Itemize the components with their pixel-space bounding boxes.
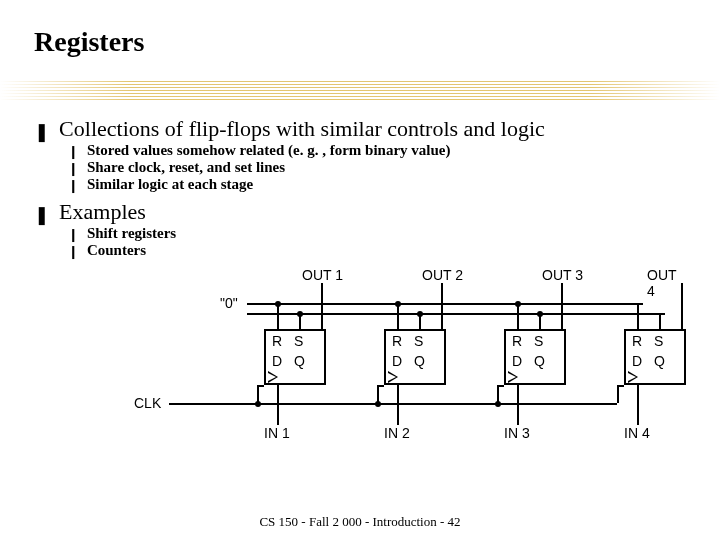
in-label-4: IN 4 bbox=[624, 425, 650, 441]
subbullet-icon: ❙ bbox=[68, 245, 79, 258]
zero-label: "0" bbox=[220, 295, 238, 311]
wire bbox=[617, 385, 619, 403]
subbullet-text: Counters bbox=[87, 242, 146, 259]
flipflop-4: R S D Q bbox=[624, 329, 686, 385]
ff-r-label: R bbox=[272, 333, 282, 349]
junction-dot bbox=[537, 311, 543, 317]
wire bbox=[397, 385, 399, 425]
subbullet-text: Share clock, reset, and set lines bbox=[87, 159, 285, 176]
ff-d-label: D bbox=[632, 353, 642, 369]
bullet-icon: ❚ bbox=[34, 123, 49, 141]
wire bbox=[321, 283, 323, 329]
wire bbox=[561, 283, 563, 329]
wire bbox=[517, 385, 519, 425]
wire bbox=[681, 283, 683, 329]
ff-s-label: S bbox=[414, 333, 423, 349]
clk-label: CLK bbox=[134, 395, 161, 411]
bullet-icon: ❚ bbox=[34, 206, 49, 224]
ff-q-label: Q bbox=[534, 353, 545, 369]
slide-title: Registers bbox=[34, 26, 686, 58]
ff-q-label: Q bbox=[414, 353, 425, 369]
ff-r-label: R bbox=[632, 333, 642, 349]
junction-dot bbox=[495, 401, 501, 407]
wire bbox=[637, 385, 639, 425]
wire bbox=[497, 385, 504, 387]
clock-triangle-icon bbox=[388, 371, 398, 383]
register-diagram: OUT 1 OUT 2 OUT 3 OUT 4 "0" R S D Q R S … bbox=[34, 267, 686, 442]
slide-footer: CS 150 - Fall 2 000 - Introduction - 42 bbox=[0, 514, 720, 530]
ff-s-label: S bbox=[654, 333, 663, 349]
subbullet-icon: ❙ bbox=[68, 145, 79, 158]
subbullet-text: Similar logic at each stage bbox=[87, 176, 253, 193]
clock-triangle-icon bbox=[628, 371, 638, 383]
subbullet-text: Stored values somehow related (e. g. , f… bbox=[87, 142, 451, 159]
ff-d-label: D bbox=[512, 353, 522, 369]
title-underline bbox=[0, 80, 720, 102]
set-bus bbox=[247, 313, 665, 315]
wire bbox=[441, 283, 443, 329]
junction-dot bbox=[255, 401, 261, 407]
out-label-3: OUT 3 bbox=[542, 267, 583, 283]
out-label-1: OUT 1 bbox=[302, 267, 343, 283]
flipflop-1: R S D Q bbox=[264, 329, 326, 385]
wire bbox=[637, 303, 639, 329]
ff-q-label: Q bbox=[654, 353, 665, 369]
junction-dot bbox=[275, 301, 281, 307]
wire bbox=[617, 385, 624, 387]
in-label-2: IN 2 bbox=[384, 425, 410, 441]
ff-q-label: Q bbox=[294, 353, 305, 369]
wire bbox=[377, 385, 384, 387]
subbullet-icon: ❙ bbox=[68, 162, 79, 175]
clk-bus bbox=[169, 403, 617, 405]
ff-s-label: S bbox=[534, 333, 543, 349]
in-label-1: IN 1 bbox=[264, 425, 290, 441]
reset-bus bbox=[247, 303, 643, 305]
ff-s-label: S bbox=[294, 333, 303, 349]
out-label-2: OUT 2 bbox=[422, 267, 463, 283]
bullet-text: Collections of flip-flops with similar c… bbox=[59, 116, 545, 142]
junction-dot bbox=[515, 301, 521, 307]
flipflop-2: R S D Q bbox=[384, 329, 446, 385]
ff-r-label: R bbox=[512, 333, 522, 349]
wire bbox=[659, 313, 661, 329]
clock-triangle-icon bbox=[268, 371, 278, 383]
bullet-text: Examples bbox=[59, 199, 146, 225]
content: ❚ Collections of flip-flops with similar… bbox=[34, 116, 686, 259]
ff-r-label: R bbox=[392, 333, 402, 349]
subbullet-icon: ❙ bbox=[68, 179, 79, 192]
junction-dot bbox=[375, 401, 381, 407]
wire bbox=[277, 385, 279, 425]
junction-dot bbox=[297, 311, 303, 317]
junction-dot bbox=[417, 311, 423, 317]
subbullet-icon: ❙ bbox=[68, 228, 79, 241]
in-label-3: IN 3 bbox=[504, 425, 530, 441]
flipflop-3: R S D Q bbox=[504, 329, 566, 385]
ff-d-label: D bbox=[392, 353, 402, 369]
subbullet-text: Shift registers bbox=[87, 225, 176, 242]
junction-dot bbox=[395, 301, 401, 307]
ff-d-label: D bbox=[272, 353, 282, 369]
clock-triangle-icon bbox=[508, 371, 518, 383]
wire bbox=[257, 385, 264, 387]
